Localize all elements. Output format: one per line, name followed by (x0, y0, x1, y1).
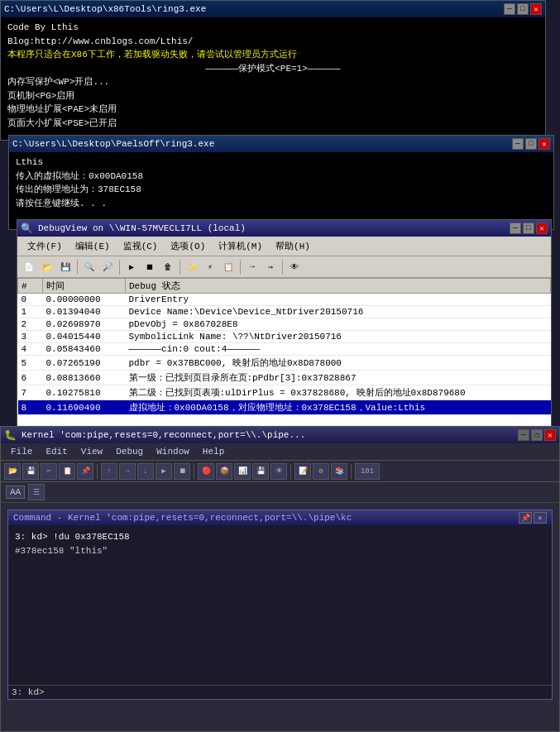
command-input-field[interactable] (46, 687, 548, 697)
toolbar-arrow2[interactable]: ⇒ (262, 259, 279, 275)
win4-menu-edit[interactable]: Edit (39, 445, 74, 458)
command-input-row: 3: kd> (8, 685, 552, 699)
table-row[interactable]: 2 0.02698970 pDevObj = 0x867028E8 (18, 318, 551, 331)
toolbar-open[interactable]: 📂 (39, 259, 55, 275)
win4-aa-row: AA ☰ (1, 482, 559, 503)
win3-title: DebugView on \\WIN-57MVECLI7LL (local) (38, 223, 246, 233)
win4-tb-stepout[interactable]: ↑ (101, 463, 117, 480)
table-row[interactable]: 1 0.01394040 Device Name:\Device\Device_… (18, 306, 551, 318)
win3-maximize-btn[interactable]: □ (523, 222, 534, 234)
row-msg: ——————cin:0 cout:4—————— (126, 343, 551, 356)
col-header-num[interactable]: # (18, 279, 43, 294)
win2-minimize-btn[interactable]: ─ (512, 138, 524, 150)
win3-title-bar[interactable]: 🔍 DebugView on \\WIN-57MVECLI7LL (local)… (17, 220, 551, 237)
win4-minimize-btn[interactable]: ─ (518, 429, 529, 441)
win3-minimize-btn[interactable]: ─ (510, 222, 521, 234)
win1-console-content: Code By Lthis Blog:http://www.cnblogs.co… (1, 17, 545, 133)
win4-tb-copy[interactable]: 📋 (59, 463, 75, 480)
win4-menu-file[interactable]: File (4, 445, 39, 458)
win4-tb-bp[interactable]: 🔴 (198, 463, 214, 480)
win4-tb-cmd[interactable]: 101 (355, 463, 380, 480)
row-msg: 第二级：已找到页表项:ulDirPlus = 0x37828680, 映射后的地… (126, 385, 551, 400)
win2-line-1: 传入的虚拟地址：0x00DA0158 (16, 170, 547, 184)
menu-options[interactable]: 选项(O) (164, 238, 212, 254)
command-title-bar[interactable]: Command - Kernel 'com:pipe,resets=0,reco… (8, 510, 552, 525)
menu-help[interactable]: 帮助(H) (269, 238, 317, 254)
col-header-debug[interactable]: Debug 状态 (126, 279, 551, 294)
win4-tb-save[interactable]: 💾 (22, 463, 39, 480)
win4-restore-btn[interactable]: ❐ (531, 429, 543, 441)
win4-tb-source[interactable]: 📝 (294, 463, 311, 480)
win4-tb-stepover[interactable]: → (119, 463, 136, 480)
win4-close-btn[interactable]: ✕ (544, 429, 556, 441)
win4-tb-mem[interactable]: 💾 (252, 463, 269, 480)
win4-aa-button[interactable]: AA (6, 486, 25, 499)
toolbar-filter[interactable]: ⚡ (202, 259, 218, 275)
menu-file[interactable]: 文件(F) (21, 238, 69, 254)
row-time: 0.10275810 (43, 385, 126, 400)
win4-menu-debug[interactable]: Debug (109, 445, 150, 458)
toolbar-capture[interactable]: ▶ (123, 259, 140, 275)
win4-tb-modules[interactable]: 📦 (216, 463, 232, 480)
toolbar-sep-5 (282, 260, 283, 275)
toolbar-find[interactable]: 🔎 (99, 259, 116, 275)
win4-tb-stack[interactable]: 📚 (331, 463, 347, 480)
table-row[interactable]: 7 0.10275810 第二级：已找到页表项:ulDirPlus = 0x37… (18, 385, 551, 400)
row-num: 7 (18, 385, 43, 400)
win2-close-btn[interactable]: ✕ (538, 138, 550, 150)
toolbar-binoculars[interactable]: 👁 (286, 259, 303, 275)
win4-menu-window[interactable]: Window (150, 445, 196, 458)
win4-tb-disasm[interactable]: ⚙ (313, 463, 329, 480)
win1-maximize-btn[interactable]: □ (517, 3, 529, 15)
win1-close-btn[interactable]: ✕ (530, 3, 542, 15)
debugview-table: # 时间 Debug 状态 0 0.00000000 DriverEntry 1… (17, 278, 551, 415)
row-num: 8 (18, 400, 43, 415)
row-time: 0.02698970 (43, 318, 126, 331)
win1-title-bar[interactable]: C:\Users\L\Desktop\x86Tools\ring3.exe ─ … (1, 1, 545, 17)
table-row[interactable]: 0 0.00000000 DriverEntry (18, 294, 551, 306)
table-row[interactable]: 6 0.08813660 第一级：已找到页目录所在页:pPdbr[3]:0x37… (18, 371, 551, 385)
cmd-panel-close[interactable]: ✕ (534, 512, 547, 524)
win4-tb-watch[interactable]: 👁 (270, 463, 287, 480)
cmd-window-paelsoff: C:\Users\L\Desktop\PaelsOff\ring3.exe ─ … (8, 135, 554, 230)
row-num: 6 (18, 371, 43, 385)
toolbar-arrow[interactable]: → (244, 259, 261, 275)
menu-monitor[interactable]: 监视(C) (117, 238, 165, 254)
table-row[interactable]: 8 0.11690490 虚拟地址：0x00DA0158，对应物理地址：0x37… (18, 400, 551, 415)
win4-tb-stepin[interactable]: ↓ (137, 463, 154, 480)
row-msg: SymbolicLink Name: \??\NtDriver20150716 (126, 331, 551, 343)
win4-tb-break[interactable]: ⏹ (174, 463, 190, 480)
win3-controls: ─ □ ✕ (510, 222, 548, 234)
win2-title-bar[interactable]: C:\Users\L\Desktop\PaelsOff\ring3.exe ─ … (9, 136, 553, 152)
win4-tb-cut[interactable]: ✂ (41, 463, 57, 480)
win4-tb-paste[interactable]: 📌 (77, 463, 93, 480)
table-row[interactable]: 5 0.07265190 pdbr = 0x37BBC000, 映射后的地址0x… (18, 356, 551, 371)
win4-aa-extra[interactable]: ☰ (28, 484, 45, 500)
row-time: 0.04015440 (43, 331, 126, 343)
toolbar-copy[interactable]: 📋 (220, 259, 237, 275)
win4-menu-help[interactable]: Help (196, 445, 231, 458)
cmd-panel-pin[interactable]: 📌 (519, 512, 532, 524)
win4-tb-run[interactable]: ▶ (156, 463, 172, 480)
debugview-table-container[interactable]: # 时间 Debug 状态 0 0.00000000 DriverEntry 1… (17, 278, 551, 425)
table-row[interactable]: 3 0.04015440 SymbolicLink Name: \??\NtDr… (18, 331, 551, 343)
menu-computer[interactable]: 计算机(M) (212, 238, 269, 254)
toolbar-new[interactable]: 📄 (21, 259, 37, 275)
win3-close-btn[interactable]: ✕ (536, 222, 548, 234)
win2-maximize-btn[interactable]: □ (525, 138, 537, 150)
toolbar-clear[interactable]: 🗑 (160, 259, 176, 275)
win4-tb-regs[interactable]: 📊 (234, 463, 251, 480)
win1-minimize-btn[interactable]: ─ (504, 3, 515, 15)
win4-menu-view[interactable]: View (74, 445, 109, 458)
col-header-time[interactable]: 时间 (43, 279, 126, 294)
row-time: 0.05843460 (43, 343, 126, 356)
table-row[interactable]: 4 0.05843460 ——————cin:0 cout:4—————— (18, 343, 551, 356)
toolbar-search[interactable]: 🔍 (81, 259, 98, 275)
win4-tb-open[interactable]: 📂 (4, 463, 21, 480)
toolbar-sep-1 (77, 260, 78, 275)
toolbar-save[interactable]: 💾 (57, 259, 74, 275)
toolbar-stop[interactable]: ⏹ (141, 259, 158, 275)
toolbar-highlight[interactable]: ✨ (184, 259, 200, 275)
win4-title-bar[interactable]: 🐛 Kernel 'com:pipe,resets=0,reconnect,po… (1, 427, 559, 443)
menu-edit[interactable]: 编辑(E) (69, 238, 117, 254)
